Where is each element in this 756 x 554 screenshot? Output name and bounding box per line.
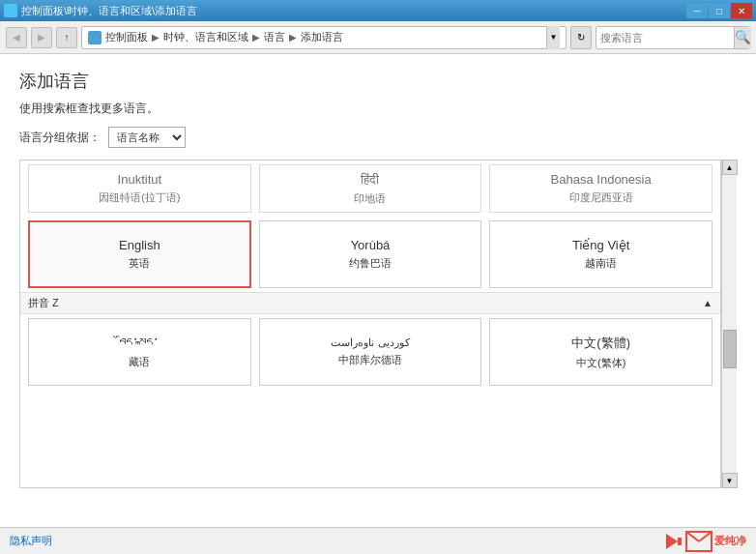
lang-grid-top-partial: Inuktitut 因纽特语(拉丁语) हिंदी 印地语 Bahasa Ind… — [20, 160, 720, 217]
svg-rect-1 — [678, 538, 682, 545]
nav-bar: ◀ ▶ ↑ 控制面板 ▶ 时钟、语言和区域 ▶ 语言 ▶ 添加语言 ▼ ↻ 🔍 — [0, 21, 756, 54]
scroll-down-button[interactable]: ▼ — [722, 473, 738, 488]
section-header-pinyin-z[interactable]: 拼音 Z ▲ — [20, 292, 720, 314]
description: 使用搜索框查找更多语言。 — [19, 101, 737, 117]
scrollbar: ▲ ▼ — [721, 160, 737, 488]
back-button[interactable]: ◀ — [6, 27, 27, 48]
watermark-arrow-icon — [664, 532, 683, 551]
search-input[interactable] — [600, 32, 734, 44]
filter-select[interactable]: 语言名称 — [108, 127, 186, 148]
lang-cell-tibetan[interactable]: བོད་སྐད་ 藏语 — [28, 318, 251, 386]
watermark-logo-icon — [685, 531, 712, 552]
section-header-label: 拼音 Z — [28, 296, 59, 310]
lang-cell-kurdish[interactable]: كوردیی ناوەراست 中部库尔德语 — [259, 318, 482, 386]
watermark-text: 爱纯净 — [714, 534, 746, 548]
search-submit-button[interactable]: 🔍 — [734, 27, 751, 48]
breadcrumb-language: 语言 — [264, 30, 285, 44]
scroll-thumb[interactable] — [723, 330, 737, 368]
app-icon — [4, 4, 17, 17]
lang-cell-inuktitut[interactable]: Inuktitut 因纽特语(拉丁语) — [28, 164, 251, 213]
lang-cell-indonesian[interactable]: Bahasa Indonesia 印度尼西亚语 — [489, 164, 712, 213]
lang-cell-vietnamese[interactable]: Tiếng Việt 越南语 — [489, 220, 712, 288]
section-collapse-icon: ▲ — [703, 298, 712, 308]
filter-row: 语言分组依据： 语言名称 — [19, 127, 737, 148]
lang-cell-hindi[interactable]: हिंदी 印地语 — [259, 164, 482, 213]
content-area: 添加语言 使用搜索框查找更多语言。 语言分组依据： 语言名称 Inuktitut… — [0, 54, 756, 527]
close-button[interactable]: ✕ — [731, 3, 752, 18]
minimize-button[interactable]: ─ — [686, 3, 708, 18]
title-bar-text: 控制面板\时钟、语言和区域\添加语言 — [21, 4, 197, 18]
breadcrumb-control-panel: 控制面板 — [105, 30, 148, 44]
page-title: 添加语言 — [19, 70, 737, 93]
svg-line-4 — [699, 532, 712, 541]
title-bar: 控制面板\时钟、语言和区域\添加语言 ─ □ ✕ — [0, 0, 756, 21]
maximize-button[interactable]: □ — [709, 3, 730, 18]
lang-grid-pinyin-z: བོད་སྐད་ 藏语 كوردیی ناوەراست 中部库尔德语 中文(繁體… — [20, 314, 720, 390]
watermark: 爱纯净 — [664, 531, 746, 552]
up-button[interactable]: ↑ — [56, 27, 77, 48]
title-bar-buttons: ─ □ ✕ — [686, 3, 752, 18]
lang-cell-yoruba[interactable]: Yorùbá 约鲁巴语 — [259, 220, 482, 288]
svg-marker-0 — [666, 534, 678, 549]
lang-grid-main: English 英语 Yorùbá 约鲁巴语 Tiếng Việt 越南语 — [20, 217, 720, 292]
lang-cell-chinese-traditional[interactable]: 中文(繁體) 中文(繁体) — [489, 318, 712, 386]
search-bar: 🔍 — [596, 26, 750, 49]
scroll-track — [723, 175, 737, 473]
lang-scroll-area: Inuktitut 因纽特语(拉丁语) हिंदी 印地语 Bahasa Ind… — [19, 160, 721, 488]
lang-grid-inner: Inuktitut 因纽特语(拉丁语) हिंदी 印地语 Bahasa Ind… — [20, 160, 720, 390]
address-dropdown-button[interactable]: ▼ — [546, 26, 560, 49]
breadcrumb-clock-lang: 时钟、语言和区域 — [163, 30, 248, 44]
forward-button[interactable]: ▶ — [31, 27, 52, 48]
title-bar-left: 控制面板\时钟、语言和区域\添加语言 — [4, 4, 197, 18]
main-panel: 添加语言 使用搜索框查找更多语言。 语言分组依据： 语言名称 Inuktitut… — [0, 54, 756, 527]
lang-scroll-container: Inuktitut 因纽特语(拉丁语) हिंदी 印地语 Bahasa Ind… — [19, 160, 737, 488]
refresh-button[interactable]: ↻ — [570, 26, 592, 49]
address-icon — [88, 31, 102, 44]
scroll-up-button[interactable]: ▲ — [722, 160, 738, 175]
filter-label: 语言分组依据： — [19, 130, 101, 146]
status-bar: 隐私声明 爱纯净 — [0, 527, 756, 554]
svg-line-3 — [686, 532, 699, 541]
breadcrumb-add-language: 添加语言 — [301, 30, 343, 44]
address-bar: 控制面板 ▶ 时钟、语言和区域 ▶ 语言 ▶ 添加语言 ▼ — [81, 26, 567, 49]
privacy-link[interactable]: 隐私声明 — [10, 534, 52, 548]
lang-cell-english[interactable]: English 英语 — [28, 220, 251, 288]
